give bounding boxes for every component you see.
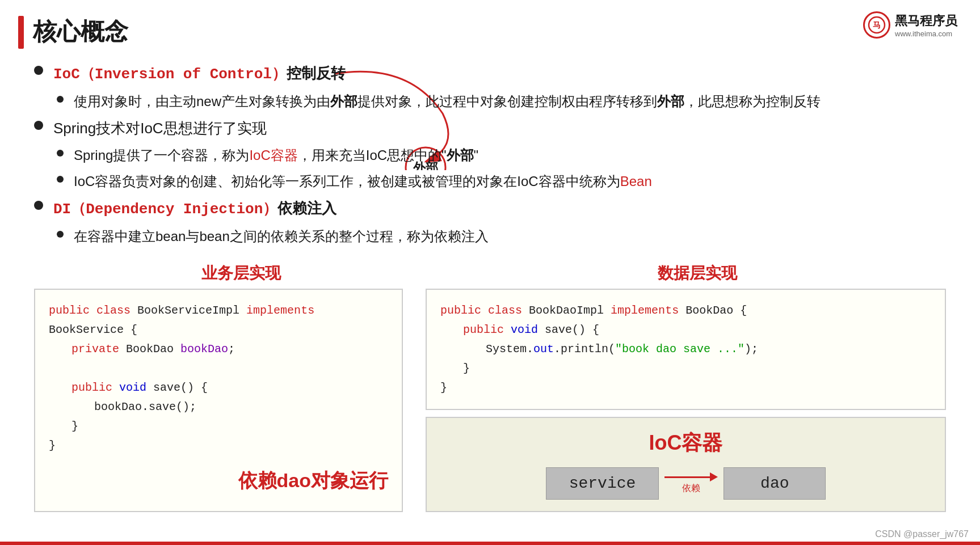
code-boxes-row: public class BookServiceImpl implements … bbox=[34, 289, 946, 512]
bullet-dot-3a bbox=[57, 231, 64, 238]
bullet-dot-1 bbox=[34, 66, 43, 75]
bullet-ioc-title: IoC（Inversion of Control）控制反转 bbox=[34, 62, 946, 86]
dao-bean: dao bbox=[724, 467, 826, 500]
logo-icon: 马 bbox=[863, 11, 890, 39]
ioc-label: IoC（Inversion of Control） bbox=[53, 66, 287, 83]
code-line-1: public class BookServiceImpl implements … bbox=[49, 301, 388, 340]
code-line-6: } bbox=[49, 436, 388, 455]
section-label-right: 数据层实现 bbox=[448, 263, 946, 284]
bullet-di-desc: 在容器中建立bean与bean之间的依赖关系的整个过程，称为依赖注入 bbox=[57, 226, 946, 247]
bullet-dot-2a bbox=[57, 150, 64, 157]
section-label-left: 业务层实现 bbox=[34, 263, 448, 284]
bottom-red-bar bbox=[0, 542, 980, 545]
bullet-dot-1a bbox=[57, 96, 64, 103]
bullet-text-di: DI（Dependency Injection）依赖注入 bbox=[53, 197, 337, 221]
di-label: DI（Dependency Injection） bbox=[53, 201, 277, 218]
bullet-spring-ioc: Spring技术对IoC思想进行了实现 bbox=[34, 117, 946, 140]
ioc-container-label: IoC容器 bbox=[249, 147, 297, 163]
code-line-3: public void save() { bbox=[49, 378, 388, 398]
code-box-left: public class BookServiceImpl implements … bbox=[34, 289, 403, 512]
code-box-right: public class BookDaoImpl implements Book… bbox=[426, 289, 946, 410]
code-line-5: } bbox=[49, 417, 388, 436]
bullet-dot-2b bbox=[57, 176, 64, 183]
logo-area: 马 黑马程序员 www.itheima.com bbox=[863, 11, 957, 39]
ioc-chinese: 控制反转 bbox=[287, 65, 346, 82]
service-bean: service bbox=[546, 467, 659, 500]
code-right-line-5: } bbox=[440, 378, 931, 398]
content-area: IoC（Inversion of Control）控制反转 使用对象时，由主动n… bbox=[34, 62, 946, 511]
bullet-text-ioc-title: IoC（Inversion of Control）控制反转 bbox=[53, 62, 346, 86]
arrow-head bbox=[710, 472, 718, 481]
bean-label: Bean bbox=[620, 174, 652, 189]
bullet-ioc-desc: 使用对象时，由主动new产生对象转换为由外部提供对象，此过程中对象创建控制权由程… bbox=[57, 91, 946, 112]
arrow-area: 依赖 bbox=[664, 472, 718, 495]
code-right-line-4: } bbox=[440, 359, 931, 378]
logo-text: 黑马程序员 www.itheima.com bbox=[895, 12, 957, 38]
dependency-label: 依赖dao对象运行 bbox=[238, 464, 388, 497]
bullet-text-di-desc: 在容器中建立bean与bean之间的依赖关系的整个过程，称为依赖注入 bbox=[74, 226, 489, 247]
bullet-text-spring: Spring技术对IoC思想进行了实现 bbox=[53, 117, 267, 140]
bullet-text-bean: IoC容器负责对象的创建、初始化等一系列工作，被创建或被管理的对象在IoC容器中… bbox=[74, 171, 652, 192]
spring-sub-bullets: Spring提供了一个容器，称为IoC容器，用来充当IoC思想中的"外部" Io… bbox=[57, 145, 946, 192]
ioc-sub-bullets: 使用对象时，由主动new产生对象转换为由外部提供对象，此过程中对象创建控制权由程… bbox=[57, 91, 946, 112]
watermark: CSDN @passer_jw767 bbox=[875, 529, 969, 539]
waibei-3: 外部 bbox=[447, 147, 474, 163]
ioc-container-box: IoC容器 service 依赖 dao bbox=[426, 417, 946, 512]
bullet-dot-3 bbox=[34, 201, 43, 210]
arrow-line bbox=[664, 472, 718, 481]
arrow-label: 依赖 bbox=[682, 483, 700, 495]
slide-container: 核心概念 马 黑马程序员 www.itheima.com 外部 bbox=[0, 0, 980, 545]
section-labels: 业务层实现 数据层实现 bbox=[34, 263, 946, 284]
svg-text:马: 马 bbox=[873, 20, 881, 29]
code-right-line-1: public class BookDaoImpl implements Book… bbox=[440, 301, 931, 320]
code-line-2: private BookDao bookDao; bbox=[49, 340, 388, 359]
ioc-beans-row: service 依赖 dao bbox=[440, 467, 931, 500]
top-accent bbox=[18, 16, 24, 49]
bullet-text-ioc-desc: 使用对象时，由主动new产生对象转换为由外部提供对象，此过程中对象创建控制权由程… bbox=[74, 91, 821, 112]
di-sub-bullets: 在容器中建立bean与bean之间的依赖关系的整个过程，称为依赖注入 bbox=[57, 226, 946, 247]
bullet-text-container: Spring提供了一个容器，称为IoC容器，用来充当IoC思想中的"外部" bbox=[74, 145, 478, 166]
bullet-ioc-container: Spring提供了一个容器，称为IoC容器，用来充当IoC思想中的"外部" bbox=[57, 145, 946, 166]
di-chinese: 依赖注入 bbox=[277, 200, 337, 217]
code-right-line-3: System.out.println("book dao save ..."); bbox=[440, 340, 931, 359]
code-right-line-2: public void save() { bbox=[440, 320, 931, 340]
code-line-4: bookDao.save(); bbox=[49, 398, 388, 417]
ioc-container-title: IoC容器 bbox=[440, 429, 931, 457]
waibei-1: 外部 bbox=[330, 94, 357, 109]
waibei-2: 外部 bbox=[657, 94, 684, 109]
bullet-dot-2 bbox=[34, 121, 43, 130]
arrow-shaft bbox=[664, 476, 710, 478]
bullet-bean: IoC容器负责对象的创建、初始化等一系列工作，被创建或被管理的对象在IoC容器中… bbox=[57, 171, 946, 192]
brand-name: 黑马程序员 bbox=[895, 12, 957, 29]
bullet-di-title: DI（Dependency Injection）依赖注入 bbox=[34, 197, 946, 221]
right-col: public class BookDaoImpl implements Book… bbox=[426, 289, 946, 512]
website-url: www.itheima.com bbox=[895, 29, 952, 38]
page-title: 核心概念 bbox=[33, 16, 128, 48]
